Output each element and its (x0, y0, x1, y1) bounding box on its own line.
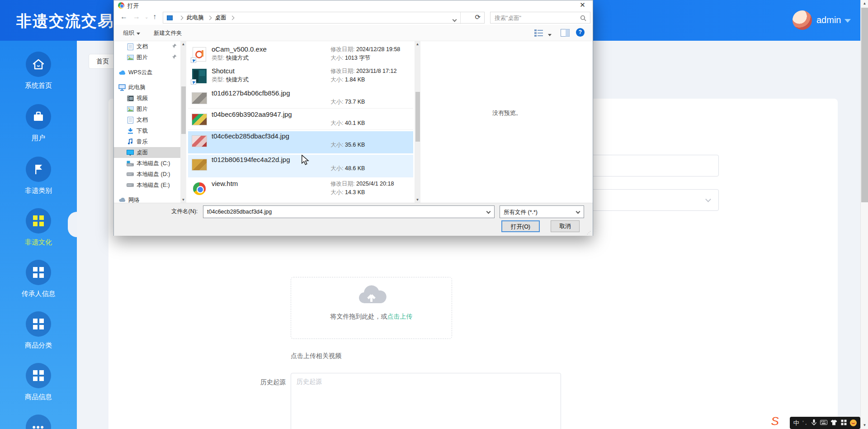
file-row-viewhtm[interactable]: view.htm 修改日期: 2025/4/1 20:18 大小: 14.3 K… (188, 179, 413, 199)
address-bar[interactable]: 此电脑 桌面 ⟳ (163, 12, 485, 24)
meta-value: 73.7 KB (345, 99, 365, 105)
file-row-jpg4-hover[interactable]: t012b806194fec4a22d.jpg 大小: 48.6 KB (188, 155, 413, 177)
scrollbar-thumb[interactable] (181, 86, 186, 134)
file-type: 类型: 快捷方式 (212, 54, 249, 62)
forward-icon[interactable]: → (133, 13, 140, 21)
tree-item-disk-d[interactable]: 本地磁盘 (D:) (114, 169, 180, 180)
sidebar-item-more[interactable]: ••• (0, 415, 77, 429)
tree-item-desktop[interactable]: 桌面 (114, 147, 180, 158)
file-row-shotcut[interactable]: Shotcut 类型: 快捷方式 修改日期: 2023/11/8 17:12 大… (188, 66, 413, 86)
scroll-down-icon[interactable]: ▼ (415, 197, 420, 203)
tab-home[interactable]: 首页 (89, 54, 117, 69)
up-icon[interactable]: ↑ (153, 13, 156, 21)
tree-item-label: 此电脑 (128, 84, 146, 91)
no-preview-text: 没有预览。 (421, 109, 593, 117)
sogou-logo-icon[interactable]: S (771, 414, 779, 429)
meta-label: 类型: (212, 55, 224, 61)
tree-item-disk-c[interactable]: 本地磁盘 (C:) (114, 158, 180, 169)
sidebar-item-system-home[interactable]: 系统首页 (0, 52, 77, 90)
preview-pane-icon[interactable] (561, 29, 570, 38)
file-row-jpg2[interactable]: t04bec69b3902aa9947.jpg 大小: 40.1 KB (188, 110, 413, 130)
scrollbar-thumb[interactable] (861, 8, 868, 202)
tree-item-network[interactable]: 网络 (114, 195, 180, 203)
dialog-titlebar[interactable]: 打开 ✕ (114, 0, 593, 10)
username[interactable]: admin (816, 15, 841, 25)
view-mode-icon[interactable] (534, 29, 543, 38)
scroll-down-icon[interactable]: ▼ (180, 197, 186, 203)
tree-item-label: 图片 (137, 54, 148, 62)
tree-item-pictures-pinned[interactable]: 图片 (114, 52, 180, 63)
sidebar-item-product-info[interactable]: 商品信息 (0, 363, 77, 401)
emoji-face-icon[interactable] (850, 419, 857, 426)
meta-label: 大小: (330, 189, 343, 195)
page-scrollbar[interactable]: ▲ ▼ (860, 0, 868, 429)
tree-item-pictures[interactable]: 图片 (114, 104, 180, 114)
breadcrumb-this-pc[interactable]: 此电脑 (187, 14, 204, 22)
organize-button[interactable]: 组织 (123, 29, 140, 37)
upload-link[interactable]: 点击上传 (387, 313, 413, 320)
chevron-down-icon[interactable] (844, 19, 851, 23)
file-row-jpg1[interactable]: t01d6127b4b06cfb856.jpg 大小: 73.7 KB (188, 88, 413, 109)
tree-item-music[interactable]: 音乐 (114, 136, 180, 147)
tree-item-downloads[interactable]: 下载 (114, 125, 180, 136)
file-row-jpg3-selected[interactable]: t04c6ecb285dbacf3d4.jpg 大小: 35.6 KB (188, 131, 413, 153)
scroll-up-icon[interactable]: ▲ (861, 0, 868, 7)
scrollbar-thumb[interactable] (415, 92, 420, 142)
sidebar-item-heritage-culture[interactable]: 非遗文化 (0, 208, 77, 247)
upload-video-link[interactable]: 点击上传相关视频 (291, 352, 341, 360)
filename-label: 文件名(N): (171, 208, 198, 215)
close-icon[interactable]: ✕ (572, 0, 593, 10)
image-upload-dropzone[interactable]: 将文件拖到此处，或点击上传 (291, 277, 452, 339)
scroll-up-icon[interactable]: ▲ (180, 41, 186, 47)
back-icon[interactable]: ← (120, 13, 127, 21)
file-size: 大小: 48.6 KB (330, 165, 365, 172)
tree-item-label: 本地磁盘 (C:) (137, 160, 170, 167)
filetype-select[interactable]: 所有文件 (*.*) (500, 205, 584, 218)
dialog-toolbar: 组织 新建文件夹 ? (114, 25, 593, 41)
cancel-button[interactable]: 取消 (551, 220, 580, 232)
preview-pane: 没有预览。 (421, 41, 593, 203)
breadcrumb-desktop[interactable]: 桌面 (215, 14, 226, 22)
filename-input[interactable]: t04c6ecb285dbacf3d4.jpg (203, 205, 495, 218)
microphone-icon[interactable] (811, 419, 816, 427)
tree-item-videos[interactable]: 视频 (114, 93, 180, 104)
skin-shirt-icon[interactable] (830, 419, 837, 426)
history-origin-textarea[interactable] (291, 373, 561, 429)
scroll-up-icon[interactable]: ▲ (415, 41, 420, 47)
sidebar-item-users[interactable]: 用户 (0, 104, 77, 143)
avatar[interactable] (793, 10, 812, 30)
tree-item-disk-e[interactable]: 本地磁盘 (E:) (114, 180, 180, 191)
ime-lang-icon[interactable]: 中 (793, 420, 799, 426)
file-size: 大小: 1013 字节 (330, 54, 370, 62)
ime-punctuation-icon[interactable]: ’， (802, 421, 808, 425)
open-button[interactable]: 打开(O) (501, 220, 540, 232)
toolbox-grid-icon[interactable] (841, 419, 847, 426)
file-row-ocam[interactable]: oCam_v500.0.exe 类型: 快捷方式 修改日期: 2024/12/2… (188, 44, 413, 65)
sidebar-item-label: 用户 (0, 134, 77, 143)
tree-item-documents[interactable]: 文档 (114, 114, 180, 125)
tree-item-label: 本地磁盘 (D:) (137, 171, 170, 178)
refresh-icon[interactable]: ⟳ (475, 13, 481, 21)
document-icon (127, 116, 134, 124)
resize-grip[interactable]: ⋰ (587, 230, 591, 235)
view-mode-dropdown-icon[interactable] (546, 31, 552, 38)
recent-locations-icon[interactable]: ⌄ (145, 14, 148, 19)
tree-scrollbar[interactable]: ▲ ▼ (180, 41, 186, 203)
image-thumbnail-icon (192, 157, 207, 172)
tree-item-this-pc[interactable]: 此电脑 (114, 82, 180, 93)
address-dropdown-icon[interactable] (453, 16, 456, 23)
tree-item-documents-pinned[interactable]: 文档 (114, 41, 180, 52)
chevron-down-icon (576, 210, 580, 214)
help-icon[interactable]: ? (576, 28, 585, 37)
new-folder-button[interactable]: 新建文件夹 (154, 29, 182, 37)
list-scrollbar[interactable]: ▲ ▼ (415, 41, 420, 203)
keyboard-icon[interactable] (820, 420, 827, 426)
meta-value: 2025/4/1 20:18 (356, 181, 394, 187)
tree-item-wps-cloud[interactable]: WPS云盘 (114, 67, 180, 78)
sidebar-item-product-category[interactable]: 商品分类 (0, 311, 77, 350)
search-input[interactable]: 搜索"桌面" (490, 12, 590, 24)
scroll-down-icon[interactable]: ▼ (861, 422, 868, 429)
sidebar-item-heritage-category[interactable]: 非遗类别 (0, 157, 77, 195)
sidebar-item-label: 系统首页 (0, 81, 77, 90)
sidebar-item-inheritor-info[interactable]: 传承人信息 (0, 260, 77, 298)
